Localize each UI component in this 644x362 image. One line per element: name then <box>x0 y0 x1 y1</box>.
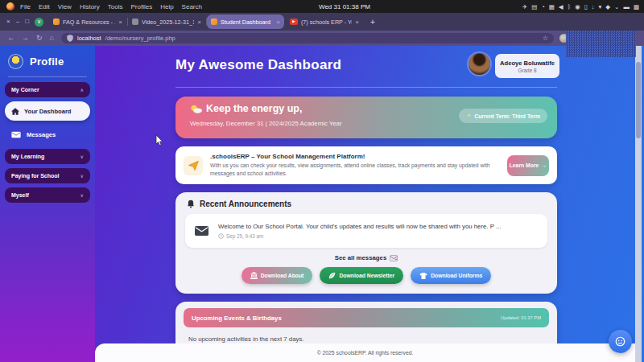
youtube-favicon-icon: ▶ <box>290 19 298 25</box>
envelope-icon <box>195 226 208 236</box>
sidebar-item-paying-for-school[interactable]: Paying for School∨ <box>5 168 90 183</box>
menu-edit[interactable]: Edit <box>39 3 50 10</box>
forward-icon[interactable]: → <box>22 35 29 42</box>
sidebar-title: Profile <box>30 56 64 68</box>
storage-icon[interactable]: ▦ <box>549 3 555 10</box>
promo-title: .schoolsERP – Your School Management Pla… <box>210 153 493 160</box>
button-label: Download About <box>261 273 304 278</box>
window-close-icon[interactable]: × <box>6 19 10 25</box>
sidebar-item-my-learning[interactable]: My Learning∨ <box>5 149 90 164</box>
erp-favicon-icon <box>53 19 60 25</box>
audio-icon[interactable]: ◆ <box>605 3 610 10</box>
announcements-title: Recent Announcements <box>200 200 291 208</box>
sidebar-header: Profile <box>0 46 95 69</box>
window-minimize-icon[interactable]: – <box>16 19 19 25</box>
user-avatar[interactable] <box>469 53 490 75</box>
menu-file[interactable]: File <box>20 3 31 10</box>
sidebar-nav: My Corner∧Your DashboardMessagesMy Learn… <box>0 82 95 203</box>
tab-video-2025-12-31-13-1[interactable]: Video_2025-12-31_13-1× <box>128 14 205 29</box>
clock-icon[interactable]: ◔ <box>541 3 545 10</box>
clock-icon <box>218 233 224 239</box>
tab-label: (7) schools ERP - YouTu <box>301 19 352 26</box>
list-all-tabs-button[interactable]: ∨ <box>35 18 43 27</box>
tab-close-icon[interactable]: × <box>355 19 359 26</box>
sidebar-item-myself[interactable]: Myself∨ <box>5 187 90 203</box>
phone-icon[interactable]: ▯ <box>584 3 588 10</box>
tab-close-icon[interactable]: × <box>197 19 201 26</box>
tab-strip: FAQ & Resources - .scho×Video_2025-12-31… <box>48 13 364 31</box>
user-card[interactable]: Adeoye Boluwatife Grade 8 <box>495 54 559 78</box>
learn-more-button[interactable]: Learn More → <box>507 155 549 176</box>
sidebar-divider <box>8 76 87 77</box>
learn-more-label: Learn More <box>510 162 539 168</box>
user-grade: Grade 8 <box>518 68 536 73</box>
download-uniforms-button[interactable]: Download Uniforms <box>411 267 491 284</box>
display-icon[interactable]: ▤ <box>531 3 537 10</box>
reload-icon[interactable]: ↻ <box>36 35 43 42</box>
location-icon[interactable]: ◉ <box>575 3 580 10</box>
sidebar-item-label: My Learning <box>11 154 44 159</box>
announcement-timestamp: Sep 25, 9:43 am <box>226 233 263 239</box>
page-scrollbar[interactable] <box>635 46 642 362</box>
download-icon[interactable]: ↓ <box>592 3 595 10</box>
shield-icon <box>67 35 73 42</box>
sun-cloud-icon <box>190 105 202 113</box>
new-tab-button[interactable]: + <box>370 18 375 27</box>
grid-icon[interactable]: ▩ <box>634 3 639 10</box>
paper-plane-icon <box>184 156 203 175</box>
main-content: My Awesome Dashboard Adeoye Boluwatife G… <box>95 46 644 362</box>
newsletter-icon <box>328 272 336 279</box>
banner-date: Wednesday, December 31 | 2024/2025 Acade… <box>190 120 342 127</box>
scrollbar-thumb[interactable] <box>636 62 641 138</box>
announcement-item[interactable]: Welcome to Our School Portal. Your child… <box>185 214 547 248</box>
download-about-button[interactable]: Download About <box>242 267 313 284</box>
user-name: Adeoye Boluwatife <box>500 60 555 67</box>
sidebar-item-messages[interactable]: Messages <box>5 127 90 142</box>
window-icon[interactable]: ▬ <box>623 3 630 10</box>
send-icon[interactable]: ✈ <box>522 3 527 10</box>
tab-faq-resources-scho[interactable]: FAQ & Resources - .scho× <box>49 14 126 29</box>
window-controls: ×–□ <box>6 19 29 25</box>
arrow-right-icon: → <box>541 162 547 168</box>
tab-close-icon[interactable]: × <box>118 19 122 26</box>
url-input[interactable]: localhost/demo/nursery_profile.php ☆ <box>61 33 554 43</box>
bell-icon <box>187 200 195 208</box>
firefox-icon <box>6 2 14 10</box>
menu-help[interactable]: Help <box>160 3 173 10</box>
render-artifact <box>566 31 636 57</box>
sidebar-item-label: Messages <box>27 131 56 138</box>
sidebar-item-your-dashboard[interactable]: Your Dashboard <box>5 101 90 121</box>
sidebar: Profile My Corner∧Your DashboardMessages… <box>0 46 95 362</box>
chat-launcher-button[interactable] <box>609 330 632 353</box>
menu-tools[interactable]: Tools <box>108 3 123 10</box>
menu-profiles[interactable]: Profiles <box>130 3 152 10</box>
tab-7-schools-erp-youtu[interactable]: ▶(7) schools ERP - YouTu× <box>286 14 363 29</box>
menu-search[interactable]: Search <box>182 3 202 10</box>
browser-tab-bar: ×–□ ∨ FAQ & Resources - .scho×Video_2025… <box>0 13 644 31</box>
menu-history[interactable]: History <box>80 3 100 10</box>
menu-list: FileEditViewHistoryToolsProfilesHelpSear… <box>20 3 202 10</box>
events-updated: Updated: 01:37 PM <box>501 315 541 320</box>
home-icon[interactable]: ⌂ <box>50 35 54 42</box>
see-all-messages-link[interactable]: See all messages <box>175 254 557 261</box>
building-icon <box>250 272 258 279</box>
browser-address-bar: ← → ↻ ⌂ localhost/demo/nursery_profile.p… <box>0 31 644 46</box>
volume-icon[interactable]: ◀ <box>559 3 564 10</box>
system-menu-bar: FileEditViewHistoryToolsProfilesHelpSear… <box>0 0 644 13</box>
bookmark-star-icon[interactable]: ☆ <box>543 35 548 42</box>
incoming-mail-icon <box>390 255 398 261</box>
button-label: Download Newsletter <box>339 273 394 278</box>
window-maximize-icon[interactable]: □ <box>25 19 29 25</box>
status-tray: ✈▤◔▦◀ᛒ◉▯↓▾◆⌄▬▩ <box>522 3 639 10</box>
tab-label: Student Dashboard <box>221 19 273 26</box>
back-icon[interactable]: ← <box>7 35 14 42</box>
network-icon[interactable]: ▾ <box>599 3 602 10</box>
menu-view[interactable]: View <box>58 3 72 10</box>
events-empty-text: No upcoming activities in the next 7 day… <box>188 335 557 343</box>
tab-student-dashboard[interactable]: Student Dashboard× <box>207 14 284 29</box>
caret-icon[interactable]: ⌄ <box>614 3 619 10</box>
tab-close-icon[interactable]: × <box>276 19 280 26</box>
bluetooth-icon[interactable]: ᛒ <box>568 3 572 10</box>
download-newsletter-button[interactable]: Download Newsletter <box>320 267 403 284</box>
sidebar-item-my-corner[interactable]: My Corner∧ <box>5 82 90 97</box>
